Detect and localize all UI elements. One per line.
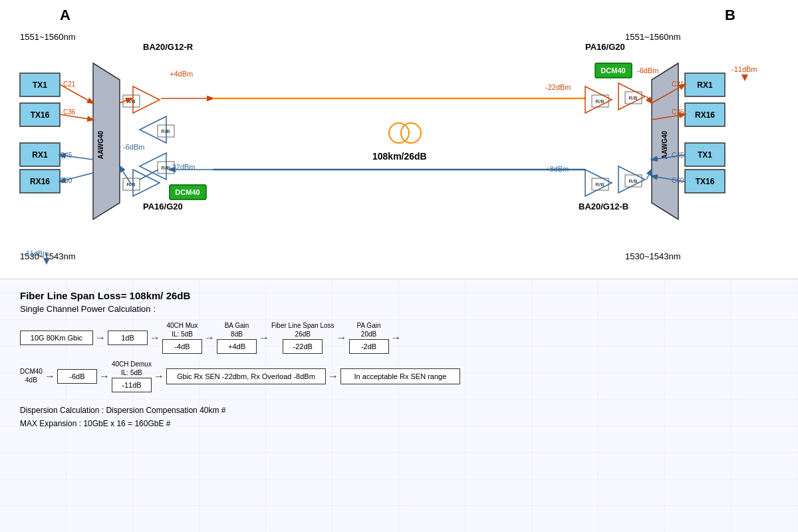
pa-gain-label: PA Gain — [357, 322, 381, 329]
svg-text:TX16: TX16 — [696, 177, 715, 186]
fiber-group: Fiber Line Span Loss 26dB -22dB — [271, 322, 334, 354]
svg-text:-6dBm: -6dBm — [123, 143, 144, 151]
svg-text:R/B: R/B — [628, 95, 637, 101]
svg-text:-22dBm: -22dBm — [545, 83, 571, 91]
svg-text:RX1: RX1 — [697, 80, 713, 90]
svg-text:TX1: TX1 — [698, 150, 712, 160]
ba-gain-val: 8dB — [231, 331, 243, 338]
svg-text:C21: C21 — [672, 80, 684, 88]
dispersion-text: Dispersion Calculation : Dispersion Comp… — [20, 406, 778, 415]
calc-row-1: 10G 80Km Gbic → 1dB → 40CH Mux IL: 5dB -… — [20, 322, 778, 354]
svg-text:108km/26dB: 108km/26dB — [372, 151, 427, 162]
svg-text:R/B: R/B — [161, 165, 170, 171]
svg-text:R/B: R/B — [628, 178, 637, 184]
svg-text:+4dBm: +4dBm — [170, 70, 193, 78]
svg-line-21 — [60, 114, 93, 120]
ba-group: BA Gain 8dB +4dB — [217, 322, 257, 354]
svg-text:BA20/G12-B: BA20/G12-B — [579, 201, 628, 211]
svg-point-52 — [389, 123, 409, 143]
sen-range-box: Gbic Rx SEN -22dbm, Rx Overload -8dBm — [166, 368, 326, 384]
dcm-group: DCM40 4dB — [20, 368, 43, 385]
svg-text:R/B: R/B — [126, 98, 135, 104]
network-diagram: A B 1551~1560nm 1530~1543nm 1551~1560nm … — [0, 0, 798, 279]
demux-group: 40CH Demux IL: 5dB -11dB — [112, 360, 152, 392]
pa-gain-val: 20dB — [361, 331, 376, 338]
acceptable-range-box: In acceptable Rx SEN range — [340, 368, 460, 384]
arrow-10: → — [328, 370, 338, 382]
svg-text:PA16/G20: PA16/G20 — [585, 42, 625, 52]
svg-text:R/B: R/B — [595, 182, 604, 188]
svg-line-95 — [646, 96, 652, 103]
arrow-6: → — [391, 332, 402, 344]
arrow-7: → — [45, 370, 55, 382]
gbic-box: 10G 80Km Gbic — [20, 331, 93, 345]
fiber-span-label: Fiber Line Span Loss — [271, 322, 334, 329]
fiber-span-val: 26dB — [295, 331, 311, 338]
arrow-4: → — [259, 332, 269, 344]
mux-group: 40CH Mux IL: 5dB -4dB — [162, 322, 202, 354]
svg-text:1551~1560nm: 1551~1560nm — [20, 32, 76, 42]
loss-1db: 1dB — [108, 331, 148, 345]
svg-text:-11dBm: -11dBm — [732, 65, 757, 73]
svg-text:RX16: RX16 — [695, 110, 715, 120]
svg-text:BA20/G12-R: BA20/G12-R — [143, 42, 194, 52]
demux-il-label: IL: 5dB — [121, 369, 142, 376]
arrow-8: → — [99, 370, 110, 382]
calculation-area: Fiber Line Span Loss= 108km/ 26dB Single… — [0, 279, 798, 532]
svg-text:DCM40: DCM40 — [175, 188, 200, 196]
calc-row-2: DCM40 4dB → -6dB → 40CH Demux IL: 5dB -1… — [20, 360, 778, 392]
svg-text:TX16: TX16 — [31, 110, 50, 120]
pa-value: -2dB — [349, 339, 389, 354]
mux-il-label: IL: 5dB — [172, 331, 193, 338]
max-expansion-text: MAX Expansion : 10GbE x 16 = 160GbE # — [20, 419, 778, 428]
svg-text:-11dBm: -11dBm — [23, 249, 49, 257]
svg-marker-46 — [43, 258, 50, 265]
arrow-3: → — [204, 332, 215, 344]
svg-text:+8dBm: +8dBm — [545, 165, 569, 173]
arrow-1: → — [95, 332, 106, 344]
svg-line-49 — [120, 166, 132, 185]
svg-text:R/B: R/B — [161, 128, 170, 134]
mux-value: -4dB — [162, 339, 202, 354]
dcm-val: 4dB — [25, 376, 37, 384]
arrow-5: → — [336, 332, 347, 344]
fiber-loss-title: Fiber Line Span Loss= 108km/ 26dB — [20, 290, 778, 301]
dcm-loss: -6dB — [57, 369, 97, 384]
svg-text:1530~1543nm: 1530~1543nm — [625, 251, 681, 261]
svg-text:DCM40: DCM40 — [600, 66, 625, 74]
svg-point-53 — [401, 123, 421, 143]
svg-text:C21: C21 — [63, 80, 76, 88]
svg-text:RX16: RX16 — [30, 177, 50, 186]
dcm-label: DCM40 — [20, 368, 43, 375]
svg-marker-25 — [133, 86, 160, 113]
ba-value: +4dB — [217, 339, 257, 354]
svg-text:R/B: R/B — [595, 98, 604, 104]
svg-text:B: B — [725, 7, 735, 23]
svg-text:AAWG40: AAWG40 — [97, 130, 104, 159]
arrow-9: → — [154, 370, 164, 382]
svg-text:A: A — [60, 7, 70, 23]
pa-group: PA Gain 20dB -2dB — [349, 322, 389, 354]
svg-line-20 — [60, 84, 93, 103]
mux-label: 40CH Mux — [166, 322, 198, 329]
demux-label: 40CH Demux — [112, 360, 152, 368]
calc-subtitle: Single Channel Power Calculation : — [20, 304, 778, 314]
svg-text:-6dBm: -6dBm — [637, 66, 658, 74]
svg-marker-93 — [741, 74, 748, 81]
ba-gain-label: BA Gain — [225, 322, 249, 329]
fiber-value: -22dB — [283, 339, 323, 354]
svg-text:AAWG40: AAWG40 — [661, 130, 668, 159]
svg-line-96 — [646, 170, 652, 180]
demux-value: -11dB — [112, 378, 152, 392]
svg-text:C36: C36 — [63, 108, 76, 116]
svg-text:1551~1560nm: 1551~1560nm — [625, 32, 681, 42]
svg-text:TX1: TX1 — [33, 80, 47, 90]
svg-marker-36 — [133, 170, 160, 196]
svg-text:RX1: RX1 — [32, 150, 48, 160]
arrow-2: → — [150, 332, 160, 344]
svg-text:PA16/G20: PA16/G20 — [143, 201, 183, 211]
